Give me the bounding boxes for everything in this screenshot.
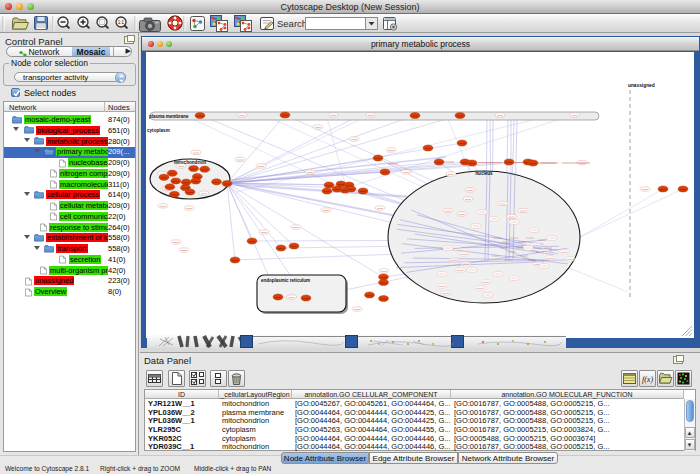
svg-text:Search:: Search:	[277, 18, 310, 29]
svg-text:plasma membrane: plasma membrane	[149, 114, 189, 119]
svg-text:unassigned: unassigned	[628, 83, 655, 88]
svg-text:cytoplasm: cytoplasm	[147, 128, 170, 133]
svg-text:nucleus: nucleus	[475, 171, 493, 176]
svg-text:f(x): f(x)	[642, 375, 653, 384]
svg-text:1:1: 1:1	[118, 20, 125, 25]
svg-text:endoplasmic reticulum: endoplasmic reticulum	[261, 278, 310, 283]
